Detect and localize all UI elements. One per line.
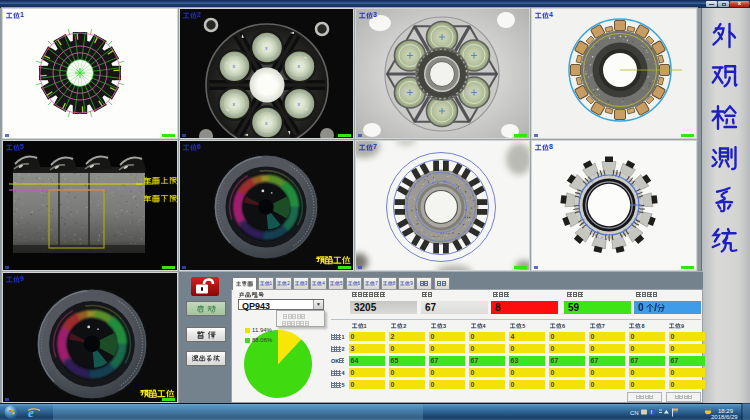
svg-text:CN: CN — [630, 410, 639, 416]
svg-text:18:29: 18:29 — [718, 408, 734, 414]
svg-text:e: e — [28, 405, 34, 420]
svg-text:2018/6/29: 2018/6/29 — [711, 414, 738, 420]
